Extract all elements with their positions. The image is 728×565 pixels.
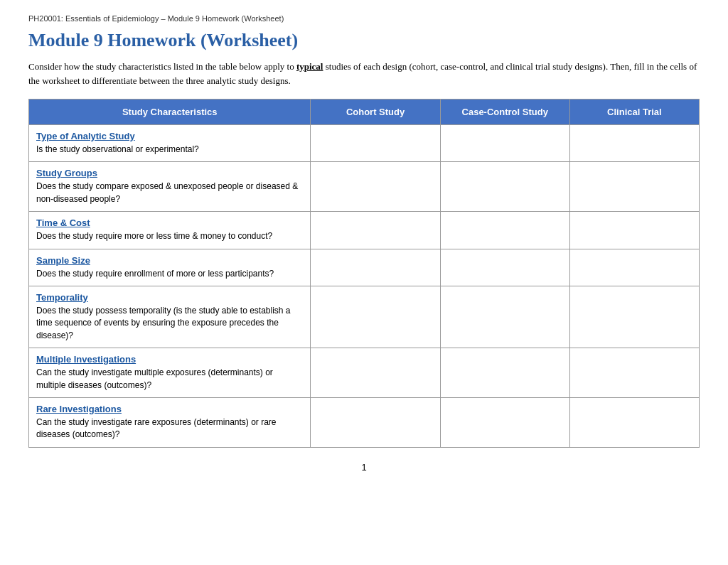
row-5-description: Can the study investigate multiple expos… bbox=[36, 367, 273, 389]
row-6-cohort-cell[interactable] bbox=[311, 397, 440, 447]
col-header-case-control: Case-Control Study bbox=[440, 99, 569, 125]
row-3-cohort-cell[interactable] bbox=[311, 249, 440, 286]
row-0-case-control-cell[interactable] bbox=[440, 125, 569, 162]
col-header-clinical-trial: Clinical Trial bbox=[569, 99, 699, 125]
row-3-description: Does the study require enrollment of mor… bbox=[36, 269, 274, 279]
row-1-label: Study Groups bbox=[36, 168, 303, 178]
table-row: Study GroupsDoes the study compare expos… bbox=[29, 162, 700, 212]
row-4-cohort-cell[interactable] bbox=[311, 286, 440, 348]
row-5-cohort-cell[interactable] bbox=[311, 348, 440, 398]
table-row: Sample SizeDoes the study require enroll… bbox=[29, 249, 700, 286]
row-6-clinical-trial-cell[interactable] bbox=[569, 397, 699, 447]
row-1-clinical-trial-cell[interactable] bbox=[569, 162, 699, 212]
row-4-clinical-trial-cell[interactable] bbox=[569, 286, 699, 348]
row-5-characteristics: Multiple InvestigationsCan the study inv… bbox=[29, 348, 311, 398]
row-1-case-control-cell[interactable] bbox=[440, 162, 569, 212]
table-row: Rare InvestigationsCan the study investi… bbox=[29, 397, 700, 447]
row-2-cohort-cell[interactable] bbox=[311, 212, 440, 249]
page-number: 1 bbox=[361, 462, 366, 473]
row-2-characteristics: Time & CostDoes the study require more o… bbox=[29, 212, 311, 249]
row-4-description: Does the study possess temporality (is t… bbox=[36, 306, 291, 340]
table-row: Time & CostDoes the study require more o… bbox=[29, 212, 700, 249]
row-3-case-control-cell[interactable] bbox=[440, 249, 569, 286]
row-2-description: Does the study require more or less time… bbox=[36, 231, 272, 241]
col-header-cohort: Cohort Study bbox=[311, 99, 440, 125]
row-6-case-control-cell[interactable] bbox=[440, 397, 569, 447]
row-6-label: Rare Investigations bbox=[36, 404, 303, 414]
row-6-characteristics: Rare InvestigationsCan the study investi… bbox=[29, 397, 311, 447]
row-4-label: Temporality bbox=[36, 292, 303, 303]
table-row: TemporalityDoes the study possess tempor… bbox=[29, 286, 700, 348]
row-5-clinical-trial-cell[interactable] bbox=[569, 348, 699, 398]
row-1-description: Does the study compare exposed & unexpos… bbox=[36, 181, 298, 203]
row-3-label: Sample Size bbox=[36, 255, 303, 266]
row-3-characteristics: Sample SizeDoes the study require enroll… bbox=[29, 249, 311, 286]
row-4-case-control-cell[interactable] bbox=[440, 286, 569, 348]
row-0-description: Is the study observational or experiment… bbox=[36, 144, 199, 154]
intro-paragraph: Consider how the study characteristics l… bbox=[28, 60, 700, 87]
row-5-label: Multiple Investigations bbox=[36, 354, 303, 365]
row-2-case-control-cell[interactable] bbox=[440, 212, 569, 249]
row-2-label: Time & Cost bbox=[36, 217, 303, 228]
row-0-clinical-trial-cell[interactable] bbox=[569, 125, 699, 162]
col-header-characteristics: Study Characteristics bbox=[29, 99, 311, 125]
row-0-characteristics: Type of Analytic StudyIs the study obser… bbox=[29, 125, 311, 162]
row-2-clinical-trial-cell[interactable] bbox=[569, 212, 699, 249]
browser-title: PH20001: Essentials of Epidemiology – Mo… bbox=[28, 14, 700, 23]
page-title: Module 9 Homework (Worksheet) bbox=[28, 30, 700, 51]
row-0-label: Type of Analytic Study bbox=[36, 131, 303, 141]
row-1-characteristics: Study GroupsDoes the study compare expos… bbox=[29, 162, 311, 212]
table-row: Type of Analytic StudyIs the study obser… bbox=[29, 125, 700, 162]
row-0-cohort-cell[interactable] bbox=[311, 125, 440, 162]
row-3-clinical-trial-cell[interactable] bbox=[569, 249, 699, 286]
intro-text-before: Consider how the study characteristics l… bbox=[28, 61, 296, 72]
row-1-cohort-cell[interactable] bbox=[311, 162, 440, 212]
row-6-description: Can the study investigate rare exposures… bbox=[36, 417, 277, 439]
table-row: Multiple InvestigationsCan the study inv… bbox=[29, 348, 700, 398]
page-footer: 1 bbox=[28, 462, 700, 473]
study-table: Study Characteristics Cohort Study Case-… bbox=[28, 99, 700, 448]
row-4-characteristics: TemporalityDoes the study possess tempor… bbox=[29, 286, 311, 348]
intro-bold: typical bbox=[296, 61, 323, 72]
row-5-case-control-cell[interactable] bbox=[440, 348, 569, 398]
